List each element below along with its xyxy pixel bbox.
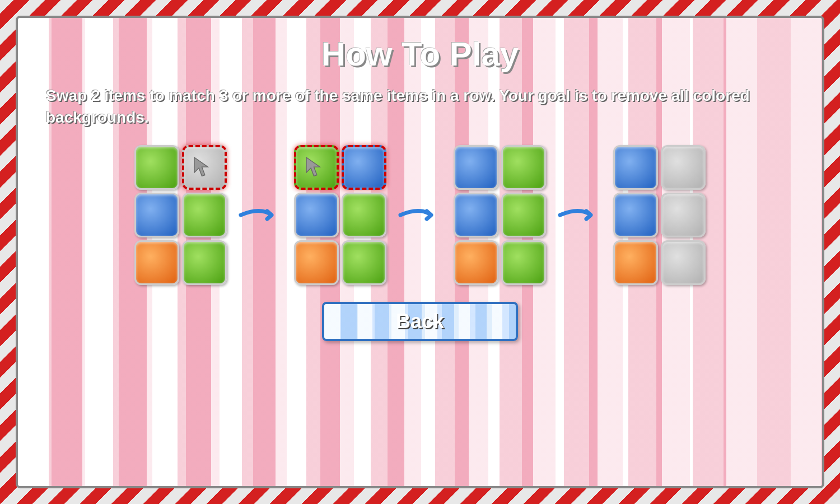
page-title: How To Play xyxy=(46,35,794,73)
grid4-cell-gray-1 xyxy=(661,145,706,190)
grid3-cell-green-1 xyxy=(501,145,546,190)
grid2-cell-green-2 xyxy=(342,193,386,237)
grid3-cell-green-3 xyxy=(501,240,546,285)
arrow-3 xyxy=(557,201,602,229)
back-button-label: Back xyxy=(396,310,444,333)
back-button[interactable]: Back xyxy=(322,302,518,341)
grid1-cell-green-1 xyxy=(134,145,179,190)
instructions-text: Swap 2 items to match 3 or more of the s… xyxy=(46,85,794,128)
grid1-cell-green-3 xyxy=(182,240,227,285)
grid-2 xyxy=(294,145,386,285)
grid-4 xyxy=(613,145,706,285)
grid1-cell-blue-1 xyxy=(134,193,179,237)
grid4-cell-blue-2 xyxy=(613,193,658,237)
grid3-cell-green-2 xyxy=(501,193,546,237)
grid-1 xyxy=(134,145,227,285)
arrow-3-svg xyxy=(557,201,602,229)
grid2-cell-cursor xyxy=(294,145,339,190)
inner-panel: How To Play Swap 2 items to match 3 or m… xyxy=(16,16,824,488)
grid2-cell-orange xyxy=(294,240,339,285)
cursor-icon xyxy=(192,155,217,180)
svg-marker-0 xyxy=(194,157,208,176)
grid2-cell-blue-2 xyxy=(294,193,339,237)
grid3-cell-blue-1 xyxy=(454,145,498,190)
content-area: How To Play Swap 2 items to match 3 or m… xyxy=(18,18,822,352)
arrow-2-svg xyxy=(398,201,442,229)
grid1-cell-cursor xyxy=(182,145,227,190)
grid3-cell-orange xyxy=(454,240,498,285)
arrow-1-svg xyxy=(238,201,283,229)
grid-3 xyxy=(454,145,546,285)
grid2-cell-green-3 xyxy=(342,240,386,285)
grid1-cell-green-2 xyxy=(182,193,227,237)
grid4-cell-orange xyxy=(613,240,658,285)
arrow-1 xyxy=(238,201,283,229)
grid4-cell-gray-2 xyxy=(661,193,706,237)
arrow-2 xyxy=(398,201,442,229)
grid4-cell-blue-1 xyxy=(613,145,658,190)
grid2-cell-blue xyxy=(342,145,386,190)
demo-section xyxy=(46,145,794,285)
grid1-cell-orange-1 xyxy=(134,240,179,285)
back-button-container: Back xyxy=(46,302,794,341)
grid3-cell-blue-2 xyxy=(454,193,498,237)
grid4-cell-gray-3 xyxy=(661,240,706,285)
svg-marker-1 xyxy=(306,157,320,176)
outer-border: How To Play Swap 2 items to match 3 or m… xyxy=(0,0,840,504)
cursor-icon-2 xyxy=(304,155,329,180)
